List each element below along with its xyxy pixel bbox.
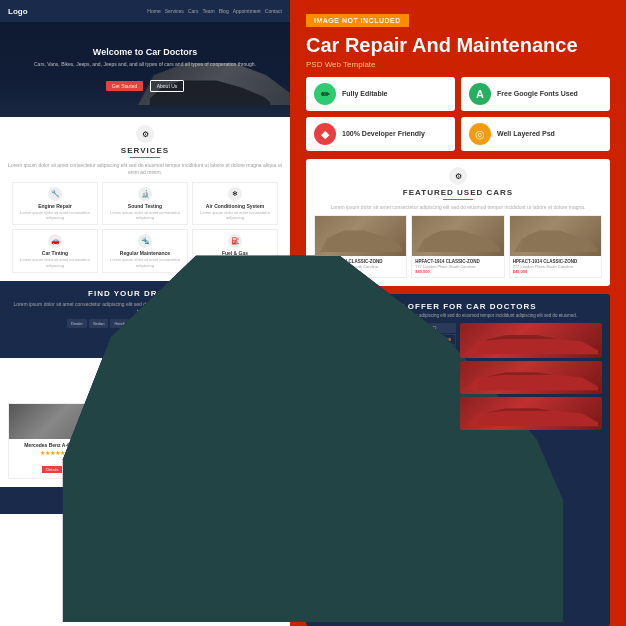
feature-fonts-text: Free Google Fonts Used (497, 89, 578, 98)
psd-label: PSD Web Template (290, 60, 626, 69)
featured-car-price-3: $40,000 (513, 269, 598, 274)
service-card-sound: 🔬 Sound Testing Lorem ipsum dolor sit am… (102, 182, 188, 225)
layered-icon: ◎ (469, 123, 491, 145)
feature-card-editable: ✏ Fully Editable (306, 77, 455, 111)
sound-icon: 🔬 (138, 187, 152, 201)
feature-card-layered: ◎ Well Layered Psd (461, 117, 610, 151)
nav-appointment[interactable]: Appointment (233, 8, 261, 14)
feature-editable-text: Fully Editable (342, 89, 388, 98)
ac-icon: ❄ (228, 187, 242, 201)
services-desc: Lorem ipsum dolor sit amet consectetur a… (8, 162, 282, 176)
cars-grid: Mercedes Benz A-Class ★★★★★ Details Merc… (8, 403, 282, 479)
nav-services[interactable]: Services (165, 8, 184, 14)
hero-about-button[interactable]: About Us (150, 80, 185, 92)
hero-title: Welcome to Car Doctors (34, 47, 256, 57)
hero-cta-button[interactable]: Get Started (106, 81, 144, 91)
filter-dealer[interactable]: Dealer (67, 319, 87, 328)
nav-links: Home Services Cars Team Blog Appointment… (147, 8, 282, 14)
feature-layered-text: Well Layered Psd (497, 129, 555, 138)
nav-home[interactable]: Home (147, 8, 160, 14)
nav-contact[interactable]: Contact (265, 8, 282, 14)
features-grid: ✏ Fully Editable A Free Google Fonts Use… (290, 77, 626, 151)
car-card-3: Mercedes Benz A-Class ★★★★★ Details (193, 403, 282, 479)
service-sound-text: Lorem ipsum dolor sit amet consectetur a… (107, 210, 183, 220)
hero-section: Welcome to Car Doctors Cars, Vans, Bikes… (0, 22, 290, 117)
featured-car-info-2: HPFACT-1914 CLASSIC-ZOND 777 London Plac… (412, 256, 503, 277)
featured-car-info-3: HPFACT-1914 CLASSIC-ZOND 777 London Plac… (510, 256, 601, 277)
service-maintenance-title: Regular Maintenance (107, 250, 183, 256)
service-card-maintenance: 🔩 Regular Maintenance Lorem ipsum dolor … (102, 229, 188, 272)
service-engine-title: Engine Repair (17, 203, 93, 209)
image-not-included-badge: IMAGE NOT INCLUDED (306, 14, 409, 27)
editable-icon: ✏ (314, 83, 336, 105)
offer-car-img-1 (460, 323, 602, 358)
service-engine-text: Lorem ipsum dolor sit amet consectetur a… (17, 210, 93, 220)
service-tinting-title: Car Tinting (17, 250, 93, 256)
nav-team[interactable]: Team (202, 8, 214, 14)
navbar: Logo Home Services Cars Team Blog Appoin… (0, 0, 290, 22)
popular-cars-section: 🚗 MOST POPULAR CARS Mercedes Benz A-Clas… (0, 358, 290, 487)
feature-card-dev: ◆ 100% Developer Friendly (306, 117, 455, 151)
offer-car-img-2 (460, 361, 602, 394)
offer-cars-right (460, 323, 602, 430)
service-tinting-text: Lorem ipsum dolor sit amet consectetur a… (17, 257, 93, 267)
feature-card-fonts: A Free Google Fonts Used (461, 77, 610, 111)
maintenance-icon: 🔩 (138, 234, 152, 248)
dev-icon: ◆ (314, 123, 336, 145)
service-ac-text: Lorem ipsum dolor sit amet consectetur a… (197, 210, 273, 220)
nav-blog[interactable]: Blog (219, 8, 229, 14)
services-icon: ⚙ (136, 125, 154, 143)
nav-logo: Logo (8, 7, 28, 16)
tinting-icon: 🚗 (48, 234, 62, 248)
services-title: SERVICES (8, 146, 282, 155)
featured-cars-row: HPFACT-1914 CLASSIC-ZOND 777 London Plac… (314, 215, 602, 278)
featured-car-3: HPFACT-1914 CLASSIC-ZOND 777 London Plac… (509, 215, 602, 278)
hero-subtitle: Cars, Vans, Bikes, Jeeps, and, Jeeps and… (34, 61, 256, 68)
service-card-tinting: 🚗 Car Tinting Lorem ipsum dolor sit amet… (12, 229, 98, 272)
feature-dev-text: 100% Developer Friendly (342, 129, 425, 138)
featured-title: FEATURED USED CARS (314, 188, 602, 197)
service-card-engine: 🔧 Engine Repair Lorem ipsum dolor sit am… (12, 182, 98, 225)
services-divider (130, 157, 160, 158)
featured-car-img-3 (510, 216, 601, 256)
offer-car-img-3 (460, 397, 602, 430)
featured-car-price-2: $40,000 (415, 269, 500, 274)
engine-icon: 🔧 (48, 187, 62, 201)
main-title: Car Repair And Maintenance (290, 33, 626, 57)
hero-content: Welcome to Car Doctors Cars, Vans, Bikes… (34, 47, 256, 92)
featured-divider (443, 199, 473, 200)
featured-car-img-2 (412, 216, 503, 256)
service-sound-title: Sound Testing (107, 203, 183, 209)
car-details-btn-1[interactable]: Details (42, 466, 62, 473)
service-ac-title: Air Conditioning System (197, 203, 273, 209)
featured-desc: Lorem ipsum dolor sit amet consectetur a… (314, 204, 602, 210)
car-img-3 (194, 404, 281, 439)
service-card-ac: ❄ Air Conditioning System Lorem ipsum do… (192, 182, 278, 225)
service-maintenance-text: Lorem ipsum dolor sit amet consectetur a… (107, 257, 183, 267)
featured-car-2: HPFACT-1914 CLASSIC-ZOND 777 London Plac… (411, 215, 504, 278)
fuel-icon: ⛽ (228, 234, 242, 248)
featured-section-icon: ⚙ (449, 167, 467, 185)
service-fuel-title: Fuel & Gas (197, 250, 273, 256)
filter-sedan[interactable]: Sedan (89, 319, 109, 328)
left-panel: Logo Home Services Cars Team Blog Appoin… (0, 0, 290, 626)
featured-car-img-1 (315, 216, 406, 256)
fonts-icon: A (469, 83, 491, 105)
nav-cars[interactable]: Cars (188, 8, 199, 14)
